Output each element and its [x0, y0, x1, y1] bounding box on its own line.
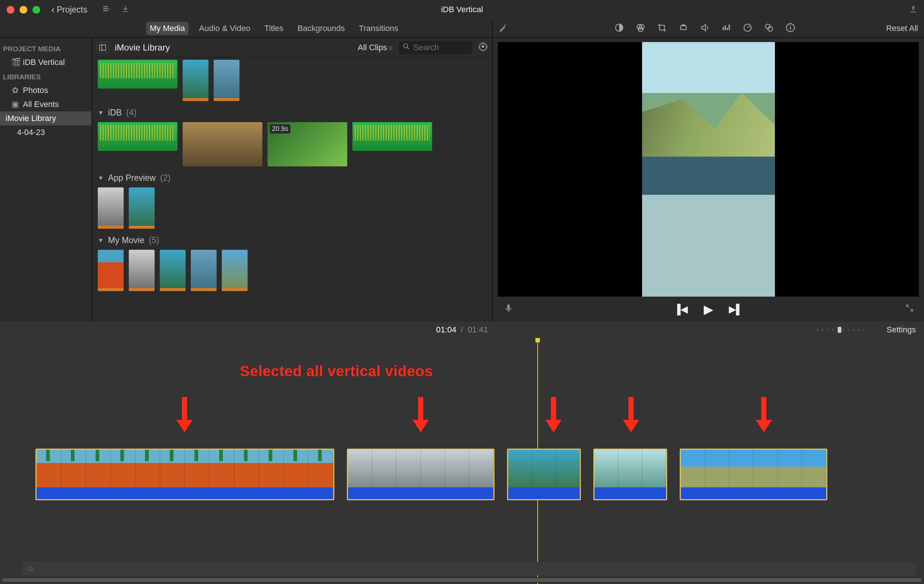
volume-icon[interactable]	[700, 23, 710, 34]
timeline-clip[interactable]	[593, 449, 667, 500]
clip-thumb[interactable]	[98, 250, 124, 291]
svg-rect-10	[725, 25, 726, 30]
import-icon[interactable]	[121, 5, 130, 14]
svg-point-22	[482, 45, 485, 48]
section-name: My Movie	[108, 235, 144, 245]
clip-audio-track[interactable]	[348, 487, 493, 499]
disclosure-triangle-icon[interactable]: ▼	[98, 175, 104, 181]
disclosure-triangle-icon[interactable]: ▼	[98, 110, 104, 116]
color-balance-icon[interactable]	[614, 23, 624, 34]
clip-thumb[interactable]	[98, 187, 124, 229]
settings-gear-icon[interactable]	[478, 42, 488, 53]
clip-thumb[interactable]	[352, 122, 432, 151]
share-icon[interactable]	[909, 5, 917, 14]
disclosure-triangle-icon[interactable]: ▼	[98, 237, 104, 244]
timeline-clip[interactable]	[680, 449, 827, 500]
color-correction-icon[interactable]	[636, 23, 645, 34]
speed-icon[interactable]	[743, 23, 752, 34]
background-music-well[interactable]: ♫	[22, 562, 917, 575]
noise-eq-icon[interactable]	[721, 23, 731, 34]
timeline-settings-button[interactable]: Settings	[887, 325, 916, 335]
clip-thumb[interactable]	[98, 60, 178, 89]
close-button[interactable]	[7, 6, 15, 14]
section-my-movie[interactable]: ▼ My Movie (5)	[98, 235, 486, 245]
reset-all-button[interactable]: Reset All	[886, 24, 918, 33]
clip-thumb[interactable]	[129, 250, 155, 291]
svg-rect-9	[723, 26, 724, 30]
zoom-slider[interactable]	[817, 329, 869, 331]
annotation-arrow-icon	[177, 397, 192, 432]
video-viewer[interactable]	[498, 42, 919, 297]
clip-audio-track[interactable]	[508, 487, 580, 499]
time-separator: /	[461, 325, 463, 334]
timeline-clip[interactable]	[347, 449, 495, 500]
prev-button[interactable]: ▐◀	[674, 304, 688, 315]
clip-audio-track[interactable]	[681, 487, 826, 499]
clip-audio-track[interactable]	[36, 487, 333, 499]
sidebar-item-event-date[interactable]: 4-04-23	[0, 125, 91, 139]
fullscreen-icon[interactable]	[906, 304, 914, 314]
thumb-row-top	[98, 60, 486, 101]
sidebar-item-photos[interactable]: ✿ Photos	[0, 83, 91, 97]
preview-panel: ▐◀ ▶ ▶▌	[492, 38, 924, 322]
timeline-scrollbar[interactable]	[2, 577, 922, 582]
library-list-icon[interactable]	[102, 5, 111, 14]
stabilization-icon[interactable]	[678, 23, 688, 34]
section-count: (2)	[160, 173, 170, 183]
section-app-preview[interactable]: ▼ App Preview (2)	[98, 173, 486, 183]
photos-label: Photos	[23, 86, 48, 95]
disclosure-icon[interactable]: ⌄	[0, 115, 0, 122]
svg-rect-1	[103, 8, 108, 9]
maximize-button[interactable]	[33, 6, 40, 14]
clip-thumb[interactable]	[160, 250, 186, 291]
search-input[interactable]	[413, 43, 469, 53]
show-hide-libraries-button[interactable]	[96, 42, 109, 53]
flower-icon: ✿	[11, 86, 19, 95]
minimize-button[interactable]	[20, 6, 27, 14]
section-count: (5)	[149, 235, 159, 245]
clip-thumb[interactable]	[183, 122, 262, 167]
clips-filter-dropdown[interactable]: All Clips ◇	[358, 43, 393, 53]
enhance-wand-icon[interactable]	[498, 23, 508, 34]
zoom-knob[interactable]	[838, 327, 842, 333]
dropdown-caret-icon: ◇	[389, 45, 393, 51]
sidebar-item-all-events[interactable]: ▣ All Events	[0, 97, 91, 111]
info-icon[interactable]	[785, 23, 795, 34]
svg-rect-11	[727, 28, 728, 30]
section-idb[interactable]: ▼ iDB (4)	[98, 108, 486, 118]
clip-thumb[interactable]	[214, 60, 239, 101]
chevron-left-icon: ‹	[51, 4, 54, 15]
back-to-projects-button[interactable]: ‹ Projects	[51, 4, 87, 15]
project-media-header: PROJECT MEDIA	[0, 41, 91, 55]
sidebar-item-imovie-library[interactable]: ⌄ iMovie Library	[0, 111, 91, 125]
timeline-clip[interactable]	[35, 449, 334, 500]
clip-thumb[interactable]: 20.9s	[267, 122, 347, 167]
filter-icon[interactable]	[764, 23, 774, 34]
toolbar-row: My Media Audio & Video Titles Background…	[0, 19, 924, 38]
tab-backgrounds[interactable]: Backgrounds	[294, 22, 348, 35]
tab-audio-video[interactable]: Audio & Video	[195, 22, 254, 35]
clip-thumb[interactable]	[222, 250, 248, 291]
tab-my-media[interactable]: My Media	[146, 22, 188, 35]
browser-body[interactable]: ▼ iDB (4) 20.9s ▼ App Preview (2)	[92, 58, 492, 322]
play-button[interactable]: ▶	[704, 302, 713, 317]
crop-icon[interactable]	[657, 23, 667, 34]
clip-thumb[interactable]	[183, 60, 208, 101]
media-browser: iMovie Library All Clips ◇	[91, 38, 492, 322]
clip-thumb[interactable]	[98, 122, 178, 151]
search-field[interactable]	[399, 41, 472, 54]
clip-audio-track[interactable]	[594, 487, 666, 499]
tab-transitions[interactable]: Transitions	[355, 22, 402, 35]
clip-thumb[interactable]	[191, 250, 216, 291]
next-button[interactable]: ▶▌	[729, 304, 743, 315]
timeline-body[interactable]: Selected all vertical videos	[0, 338, 924, 584]
timeline-clips-row	[0, 449, 924, 500]
tab-titles[interactable]: Titles	[261, 22, 287, 35]
sidebar-item-project[interactable]: 🎬 iDB Vertical	[0, 55, 91, 69]
scrollbar-thumb[interactable]	[2, 578, 922, 582]
all-clips-label: All Clips	[358, 43, 387, 53]
voiceover-mic-icon[interactable]	[504, 303, 513, 315]
clip-thumb[interactable]	[129, 187, 155, 229]
timeline-clip[interactable]	[507, 449, 581, 500]
window-controls	[7, 6, 40, 14]
